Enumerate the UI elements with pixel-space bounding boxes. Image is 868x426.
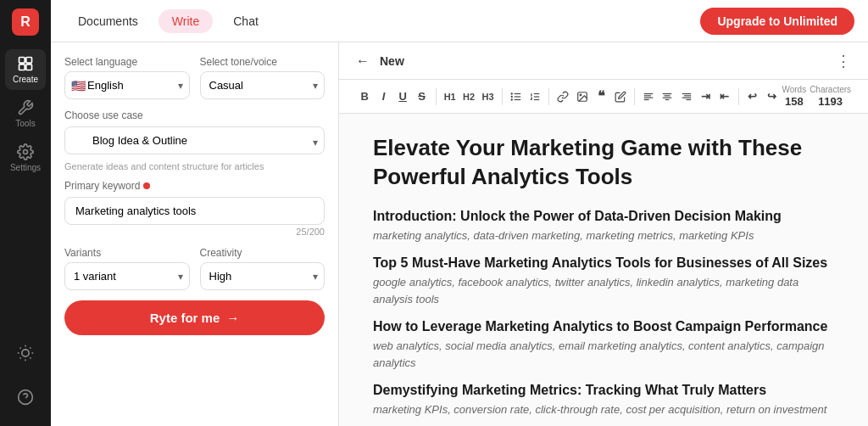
keyword-label-row: Primary keyword bbox=[64, 180, 325, 192]
word-count-area: Words 158 Characters 1193 bbox=[782, 84, 851, 109]
tone-select[interactable]: Casual bbox=[200, 71, 326, 99]
ordered-list-icon bbox=[529, 91, 541, 103]
align-right-icon bbox=[681, 91, 693, 103]
top-nav: Documents Write Chat Upgrade to Unlimite… bbox=[51, 0, 868, 42]
align-left-button[interactable] bbox=[640, 85, 657, 109]
main-container: Documents Write Chat Upgrade to Unlimite… bbox=[51, 0, 868, 426]
section-1: Top 5 Must-Have Marketing Analytics Tool… bbox=[373, 255, 834, 307]
sidebar-panel: Select language 🇺🇸 English ▾ Select tone… bbox=[51, 42, 339, 426]
nav-chat[interactable]: Chat bbox=[220, 9, 272, 33]
editor-area: ← New ⋮ B I U S H1 H2 H3 bbox=[339, 42, 868, 426]
sidebar-item-tools[interactable]: Tools bbox=[5, 93, 46, 134]
create-label: Create bbox=[13, 75, 38, 84]
creativity-label: Creativity bbox=[200, 247, 326, 259]
content-area: Select language 🇺🇸 English ▾ Select tone… bbox=[51, 42, 868, 426]
section-3-title: Demystifying Marketing Metrics: Tracking… bbox=[373, 383, 834, 398]
variants-select[interactable]: 1 variant bbox=[64, 262, 190, 290]
bold-button[interactable]: B bbox=[356, 85, 373, 109]
sidebar-item-create[interactable]: Create bbox=[5, 49, 46, 90]
document-title: New bbox=[380, 54, 404, 68]
quote-button[interactable]: ❝ bbox=[593, 85, 609, 109]
ordered-list-button[interactable] bbox=[526, 85, 543, 109]
help-button[interactable] bbox=[5, 377, 46, 418]
use-case-hint: Generate ideas and content structure for… bbox=[64, 161, 325, 171]
toolbar-sep-3 bbox=[548, 88, 549, 105]
image-button[interactable] bbox=[574, 85, 591, 109]
h2-button[interactable]: H2 bbox=[460, 85, 477, 109]
svg-rect-1 bbox=[26, 58, 32, 64]
variants-creativity-row: Variants 1 variant ▾ Creativity High bbox=[64, 247, 325, 290]
nav-write[interactable]: Write bbox=[159, 9, 213, 33]
upgrade-button[interactable]: Upgrade to Unlimited bbox=[700, 8, 854, 35]
svg-point-20 bbox=[510, 95, 512, 97]
back-arrow-icon[interactable]: ← bbox=[356, 53, 370, 69]
language-select-wrapper: 🇺🇸 English ▾ bbox=[64, 71, 190, 99]
editor-topbar: ← New ⋮ bbox=[339, 42, 868, 80]
svg-point-4 bbox=[24, 150, 28, 154]
align-center-icon bbox=[661, 91, 673, 103]
sun-icon bbox=[17, 345, 34, 362]
svg-point-26 bbox=[580, 94, 581, 96]
settings-icon bbox=[17, 143, 34, 160]
variants-label: Variants bbox=[64, 247, 190, 259]
keyword-input[interactable] bbox=[64, 197, 325, 225]
ryte-button[interactable]: Ryte for me → bbox=[64, 300, 325, 335]
creativity-select-wrapper: High ▾ bbox=[200, 262, 326, 290]
use-case-select[interactable]: Blog Idea & Outline bbox=[64, 126, 325, 154]
redo-button[interactable]: ↪ bbox=[763, 85, 780, 109]
indent-button[interactable]: ⇥ bbox=[697, 85, 714, 109]
svg-line-12 bbox=[20, 357, 21, 358]
bullet-list-button[interactable] bbox=[508, 85, 525, 109]
section-1-title: Top 5 Must-Have Marketing Analytics Tool… bbox=[373, 255, 834, 271]
tone-select-wrapper: Casual ▾ bbox=[200, 71, 326, 99]
svg-point-19 bbox=[510, 92, 512, 94]
image-icon bbox=[576, 91, 588, 103]
section-0-keywords: marketing analytics, data-driven marketi… bbox=[373, 227, 834, 244]
ryte-btn-label: Ryte for me bbox=[150, 311, 220, 325]
align-center-button[interactable] bbox=[659, 85, 676, 109]
variants-group: Variants 1 variant ▾ bbox=[64, 247, 190, 290]
link-icon bbox=[557, 91, 569, 103]
align-right-button[interactable] bbox=[678, 85, 695, 109]
toolbar-sep-1 bbox=[436, 88, 437, 105]
h1-button[interactable]: H1 bbox=[441, 85, 458, 109]
toolbar-sep-2 bbox=[502, 88, 503, 105]
undo-button[interactable]: ↩ bbox=[744, 85, 761, 109]
italic-button[interactable]: I bbox=[375, 85, 392, 109]
language-group: Select language 🇺🇸 English ▾ bbox=[64, 56, 190, 99]
sidebar-item-settings[interactable]: Settings bbox=[5, 137, 46, 178]
highlight-button[interactable] bbox=[611, 85, 628, 109]
create-icon bbox=[17, 55, 34, 72]
document-main-title: Elevate Your Marketing Game with These P… bbox=[373, 134, 834, 192]
language-tone-row: Select language 🇺🇸 English ▾ Select tone… bbox=[64, 56, 325, 99]
underline-button[interactable]: U bbox=[394, 85, 411, 109]
editor-content[interactable]: Elevate Your Marketing Game with These P… bbox=[339, 114, 868, 426]
variants-select-wrapper: 1 variant ▾ bbox=[64, 262, 190, 290]
bullet-list-icon bbox=[510, 91, 522, 103]
theme-toggle[interactable] bbox=[5, 333, 46, 373]
words-label: Words bbox=[782, 84, 806, 95]
svg-rect-3 bbox=[26, 64, 32, 70]
section-1-keywords: google analytics, facebook analytics, tw… bbox=[373, 274, 834, 307]
nav-documents[interactable]: Documents bbox=[64, 9, 152, 33]
align-left-icon bbox=[643, 91, 654, 103]
creativity-select[interactable]: High bbox=[200, 262, 326, 290]
settings-label: Settings bbox=[10, 163, 41, 172]
highlight-icon bbox=[615, 91, 626, 103]
more-options-button[interactable]: ⋮ bbox=[836, 52, 851, 70]
svg-line-13 bbox=[30, 348, 31, 349]
characters-count: 1193 bbox=[818, 95, 843, 109]
link-button[interactable] bbox=[554, 85, 571, 109]
language-label: Select language bbox=[64, 56, 190, 68]
tools-label: Tools bbox=[15, 119, 35, 128]
icon-bar-bottom bbox=[5, 333, 46, 418]
outdent-button[interactable]: ⇤ bbox=[715, 85, 732, 109]
help-icon bbox=[17, 389, 34, 406]
section-3-keywords: marketing KPIs, conversion rate, click-t… bbox=[373, 401, 834, 418]
h3-button[interactable]: H3 bbox=[479, 85, 496, 109]
strikethrough-button[interactable]: S bbox=[413, 85, 430, 109]
use-case-label: Choose use case bbox=[64, 109, 325, 121]
svg-point-21 bbox=[510, 98, 512, 100]
section-0-title: Introduction: Unlock the Power of Data-D… bbox=[373, 209, 834, 224]
section-2-keywords: web analytics, social media analytics, e… bbox=[373, 338, 834, 371]
